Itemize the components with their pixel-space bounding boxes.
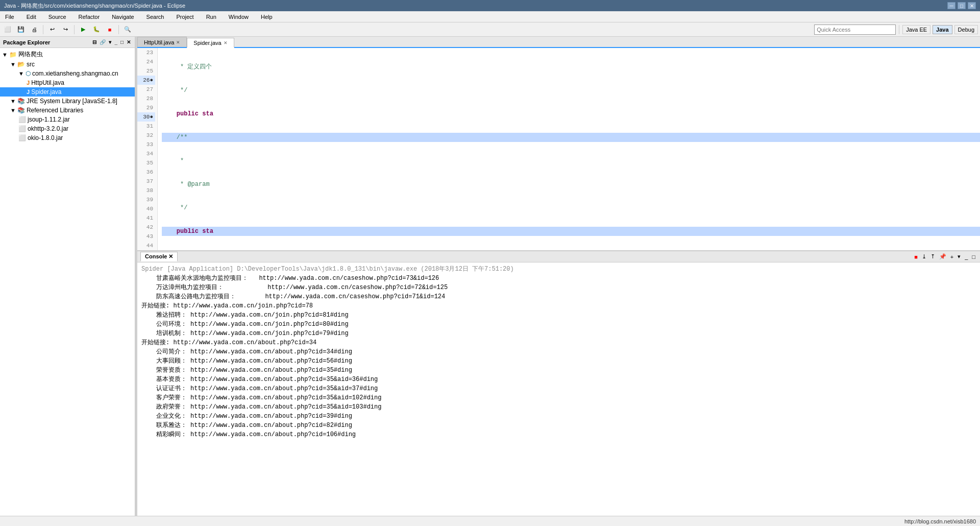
run-button[interactable]: ▶ (78, 24, 89, 35)
console-tab[interactable]: Console ✕ (140, 252, 178, 261)
perspective-java[interactable]: Java (933, 25, 952, 34)
console-line-17: 联系雅达： http://www.yada.com.cn/about.php?c… (141, 421, 976, 430)
perspective-debug[interactable]: Debug (954, 25, 978, 34)
ln-30: 30● (137, 112, 155, 122)
tab-spider-close[interactable]: ✕ (224, 40, 228, 45)
tree-item-jsoup[interactable]: ⬜ jsoup-1.11.2.jar (0, 115, 135, 124)
console-line-18: 精彩瞬间： http://www.yada.com.cn/about.php?c… (141, 430, 976, 439)
package-explorer-header: Package Explorer ⊟ 🔗 ▾ _ □ ✕ (0, 37, 135, 48)
okhttp-icon: ⬜ (18, 125, 26, 132)
console-menu-btn[interactable]: ▾ (956, 253, 962, 260)
ln-38: 38 (137, 186, 155, 195)
httputil-icon: J (27, 80, 30, 86)
save-button[interactable]: 💾 (15, 24, 27, 35)
console-line-5: 雅达招聘： http://www.yada.com.cn/join.php?ci… (141, 310, 976, 320)
tree-item-package[interactable]: ▼ ⬡ com.xietiansheng.shangmao.cn (0, 69, 135, 78)
ln-32: 32 (137, 131, 155, 140)
menu-project[interactable]: Project (173, 13, 197, 21)
tree-item-okhttp[interactable]: ⬜ okhttp-3.2.0.jar (0, 124, 135, 133)
ln-39: 39 (137, 195, 155, 204)
console-max-btn[interactable]: □ (970, 253, 977, 260)
console-scroll-end-btn[interactable]: ⤓ (920, 253, 928, 260)
package-explorer: Package Explorer ⊟ 🔗 ▾ _ □ ✕ ▼ 📁 网络爬虫 ▼ … (0, 37, 135, 516)
print-button[interactable]: 🖨 (29, 24, 40, 35)
ln-28: 28 (137, 94, 155, 103)
menu-file[interactable]: File (2, 13, 17, 21)
console-min-btn[interactable]: _ (963, 253, 969, 260)
jsoup-label: jsoup-1.11.2.jar (28, 116, 70, 123)
menu-edit[interactable]: Edit (23, 13, 39, 21)
editor-pane[interactable]: 23 24 25 26● 27 28 29 30● 31 32 33 34 35… (137, 48, 980, 250)
pe-close-btn[interactable]: ✕ (126, 39, 132, 45)
console-content[interactable]: Spider [Java Application] D:\DeveloperTo… (137, 262, 980, 516)
line-numbers: 23 24 25 26● 27 28 29 30● 31 32 33 34 35… (137, 48, 158, 250)
tab-httputil-close[interactable]: ✕ (176, 40, 180, 45)
title-bar: Java - 网络爬虫/src/com/xietiansheng/shangma… (0, 0, 980, 11)
perspective-javaee[interactable]: Java EE (902, 25, 930, 34)
pe-collapse-btn[interactable]: ⊟ (91, 39, 97, 45)
debug-button[interactable]: 🐛 (91, 24, 102, 35)
separator-1 (43, 25, 43, 34)
tree-item-jre[interactable]: ▼ 📚 JRE System Library [JavaSE-1.8] (0, 97, 135, 106)
console-scroll-start-btn[interactable]: ⤒ (929, 253, 937, 260)
pkg-label: com.xietiansheng.shangmao.cn (32, 70, 118, 77)
console-line-15: 政府荣誉： http://www.yada.com.cn/about.php?c… (141, 402, 976, 412)
tree-item-src[interactable]: ▼ 📂 src (0, 60, 135, 69)
okhttp-label: okhttp-3.2.0.jar (28, 125, 68, 132)
console-line-10: 大事回顾： http://www.yada.com.cn/about.php?c… (141, 356, 976, 366)
pe-max-btn[interactable]: □ (119, 39, 125, 45)
redo-button[interactable]: ↪ (60, 24, 71, 35)
menu-run[interactable]: Run (203, 13, 219, 21)
tree-item-okio[interactable]: ⬜ okio-1.8.0.jar (0, 133, 135, 142)
src-label: src (27, 61, 35, 68)
title-text: Java - 网络爬虫/src/com/xietiansheng/shangma… (4, 2, 185, 10)
stop-button[interactable]: ■ (104, 24, 115, 35)
ln-36: 36 (137, 168, 155, 177)
code-line-29: */ (162, 203, 980, 212)
reflibs-arrow: ▼ (10, 107, 16, 113)
menu-search[interactable]: Search (143, 13, 167, 21)
new-button[interactable]: ⬜ (2, 24, 13, 35)
title-controls: ─ □ ✕ (947, 2, 976, 9)
console-line-1: 甘肃嘉峪关水源地电力监控项目： http://www.yada.com.cn/c… (141, 274, 976, 283)
spider-label: Spider.java (31, 88, 61, 95)
menu-window[interactable]: Window (226, 13, 252, 21)
ln-24: 24 (137, 57, 155, 66)
status-right: http://blog.csdn.net/xisb1680 (904, 518, 976, 524)
tab-httputil[interactable]: HttpUtil.java ✕ (137, 37, 187, 47)
code-content[interactable]: * 定义四个 */ public sta /** * * @param */ p… (158, 48, 980, 250)
maximize-button[interactable]: □ (958, 2, 966, 9)
menu-help[interactable]: Help (258, 13, 276, 21)
ln-34: 34 (137, 149, 155, 158)
jre-label: JRE System Library [JavaSE-1.8] (27, 98, 117, 105)
code-line-27: * (162, 156, 980, 165)
minimize-button[interactable]: ─ (947, 2, 955, 9)
tab-spider[interactable]: Spider.java ✕ (187, 38, 234, 48)
search-button[interactable]: 🔍 (122, 24, 133, 35)
console-line-4: 开始链接: http://www.yada.com.cn/join.php?ci… (141, 301, 976, 310)
toolbar: ⬜ 💾 🖨 ↩ ↪ ▶ 🐛 ■ 🔍 Java EE Java Debug (0, 22, 980, 37)
pkg-arrow: ▼ (18, 70, 24, 77)
console-pin-btn[interactable]: 📌 (938, 253, 948, 260)
tree-item-project[interactable]: ▼ 📁 网络爬虫 (0, 49, 135, 60)
close-button[interactable]: ✕ (968, 2, 976, 9)
tab-spider-label: Spider.java (193, 40, 221, 46)
console-clear-btn[interactable]: ■ (913, 253, 919, 260)
quick-access-input[interactable] (814, 25, 896, 35)
tree-item-spider[interactable]: J Spider.java (0, 87, 135, 97)
pe-link-btn[interactable]: 🔗 (99, 39, 107, 45)
spider-icon: J (27, 89, 30, 95)
main-layout: Package Explorer ⊟ 🔗 ▾ _ □ ✕ ▼ 📁 网络爬虫 ▼ … (0, 37, 980, 516)
ln-42: 42 (137, 223, 155, 232)
project-arrow: ▼ (2, 52, 8, 58)
pe-menu-btn[interactable]: ▾ (108, 39, 112, 45)
tree-item-reflibs[interactable]: ▼ 📚 Referenced Libraries (0, 106, 135, 115)
menu-source[interactable]: Source (45, 13, 69, 21)
console-new-btn[interactable]: + (949, 253, 955, 260)
pe-min-btn[interactable]: _ (113, 39, 118, 45)
status-bar: http://blog.csdn.net/xisb1680 (0, 516, 980, 526)
menu-refactor[interactable]: Refactor (76, 13, 103, 21)
undo-button[interactable]: ↩ (46, 24, 58, 35)
menu-navigate[interactable]: Navigate (109, 13, 137, 21)
tree-item-httputil[interactable]: J HttpUtil.java (0, 78, 135, 87)
